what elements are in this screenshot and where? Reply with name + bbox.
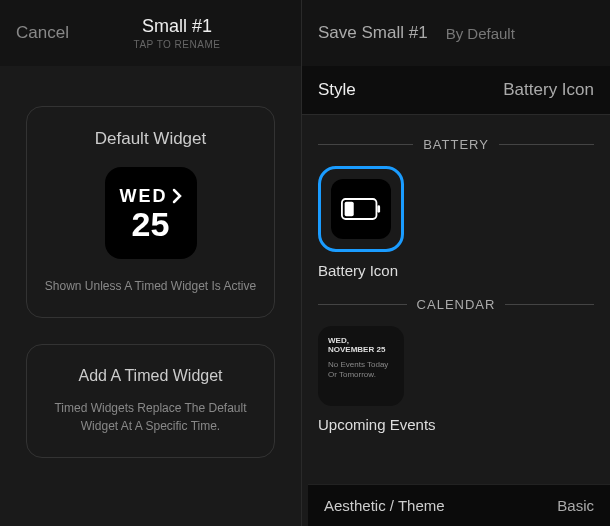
preview-day: WED [120,186,168,207]
default-widget-desc: Shown Unless A Timed Widget Is Active [41,277,260,295]
calendar-date: WED, NOVEMBER 25 [328,336,394,354]
battery-icon-label: Battery Icon [318,262,594,279]
tab-style[interactable]: Style [302,66,456,114]
style-options-scroll[interactable]: BATTERY Battery Icon CALENDAR [302,115,610,526]
bottom-tab-bar: Aesthetic / Theme Basic [308,484,610,526]
style-option-battery-icon[interactable] [318,166,404,252]
timed-widget-title: Add A Timed Widget [41,367,260,385]
svg-rect-2 [345,202,354,217]
preview-date: 25 [132,207,170,241]
tab-basic[interactable]: Basic [557,497,594,514]
calendar-label: Upcoming Events [318,416,594,434]
page-title[interactable]: Small #1 [69,16,285,37]
style-value[interactable]: Battery Icon [456,66,610,114]
rename-hint: TAP TO RENAME [69,39,285,50]
left-header: Cancel Small #1 TAP TO RENAME [0,0,301,66]
add-timed-widget-card[interactable]: Add A Timed Widget Timed Widgets Replace… [26,344,275,458]
svg-rect-1 [377,205,380,212]
widget-preview: WED 25 [105,167,197,259]
tab-aesthetic-theme[interactable]: Aesthetic / Theme [324,497,445,514]
default-widget-card[interactable]: Default Widget WED 25 Shown Unless A Tim… [26,106,275,318]
section-battery: BATTERY [318,137,594,152]
style-tab-bar: Style Battery Icon [302,66,610,115]
section-calendar: CALENDAR [318,297,594,312]
save-button[interactable]: Save Small #1 [318,23,428,43]
battery-icon [341,198,381,220]
calendar-note: No Events Today Or Tomorrow. [328,360,394,381]
section-battery-label: BATTERY [423,137,489,152]
by-default[interactable]: By Default [446,25,515,42]
right-header: Save Small #1 By Default [302,0,610,66]
default-widget-title: Default Widget [41,129,260,149]
section-calendar-label: CALENDAR [417,297,496,312]
cancel-button[interactable]: Cancel [16,23,69,43]
chevron-right-icon [172,188,182,204]
timed-widget-desc: Timed Widgets Replace The Default Widget… [41,399,260,435]
style-option-calendar[interactable]: WED, NOVEMBER 25 No Events Today Or Tomo… [318,326,404,406]
